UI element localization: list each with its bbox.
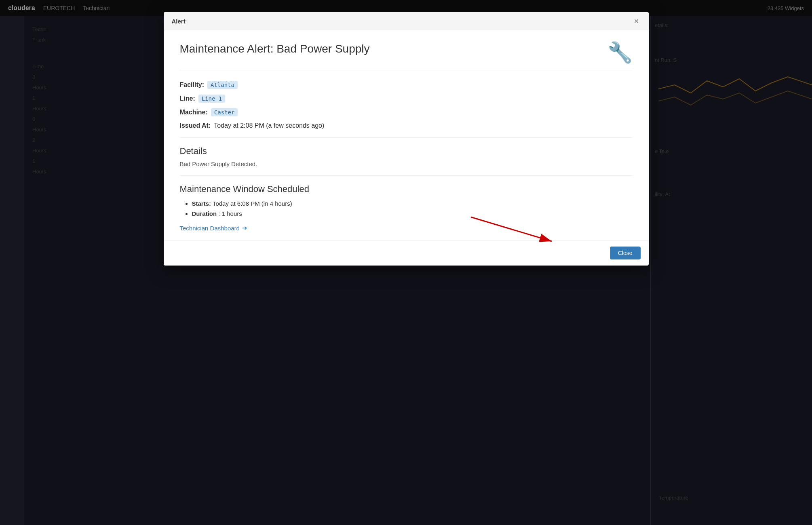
modal-maintenance-section: Maintenance Window Scheduled Starts: Tod… bbox=[180, 176, 633, 232]
modal-title-row: Maintenance Alert: Bad Power Supply 🔧 bbox=[180, 42, 633, 71]
modal-meta: Facility: Atlanta Line: Line 1 Machine: … bbox=[180, 81, 633, 138]
modal-header-title: Alert bbox=[172, 18, 186, 25]
duration-label: Duration bbox=[192, 210, 217, 217]
starts-label: Starts: bbox=[192, 200, 211, 207]
alert-modal: Alert × Maintenance Alert: Bad Power Sup… bbox=[164, 12, 649, 266]
details-heading: Details bbox=[180, 146, 633, 156]
modal-overlay: Alert × Maintenance Alert: Bad Power Sup… bbox=[0, 0, 812, 525]
close-button[interactable]: Close bbox=[610, 247, 641, 259]
starts-value-text: Today at 6:08 PM (in 4 hours) bbox=[213, 200, 292, 207]
facility-value: Atlanta bbox=[207, 81, 238, 89]
modal-details-section: Details Bad Power Supply Detected. bbox=[180, 138, 633, 176]
modal-body: Maintenance Alert: Bad Power Supply 🔧 Fa… bbox=[164, 30, 649, 240]
modal-close-x-button[interactable]: × bbox=[633, 17, 641, 25]
dashboard-link-text: Technician Dashboard bbox=[180, 225, 240, 232]
issued-at-row: Issued At: Today at 2:08 PM (a few secon… bbox=[180, 122, 633, 129]
maintenance-starts-item: Starts: Today at 6:08 PM (in 4 hours) bbox=[192, 200, 633, 207]
modal-footer: Close bbox=[164, 240, 649, 266]
details-text: Bad Power Supply Detected. bbox=[180, 160, 633, 167]
machine-label: Machine: bbox=[180, 109, 208, 116]
maintenance-heading: Maintenance Window Scheduled bbox=[180, 184, 633, 194]
modal-main-title: Maintenance Alert: Bad Power Supply bbox=[180, 42, 370, 55]
duration-value-text: 1 hours bbox=[222, 210, 242, 217]
line-value: Line 1 bbox=[198, 95, 226, 103]
facility-row: Facility: Atlanta bbox=[180, 81, 633, 89]
line-label: Line: bbox=[180, 95, 195, 102]
machine-value: Caster bbox=[211, 108, 238, 116]
issued-value: Today at 2:08 PM (a few seconds ago) bbox=[214, 122, 324, 129]
issued-label: Issued At: bbox=[180, 122, 211, 129]
dashboard-link-arrow-icon: ➔ bbox=[242, 224, 247, 232]
line-row: Line: Line 1 bbox=[180, 95, 633, 103]
maintenance-duration-item: Duration : 1 hours bbox=[192, 210, 633, 217]
modal-header: Alert × bbox=[164, 12, 649, 30]
wrench-icon: 🔧 bbox=[607, 42, 633, 63]
maintenance-list: Starts: Today at 6:08 PM (in 4 hours) Du… bbox=[180, 200, 633, 217]
facility-label: Facility: bbox=[180, 81, 204, 89]
technician-dashboard-link[interactable]: Technician Dashboard ➔ bbox=[180, 224, 247, 232]
duration-value: : bbox=[218, 210, 221, 217]
machine-row: Machine: Caster bbox=[180, 108, 633, 116]
